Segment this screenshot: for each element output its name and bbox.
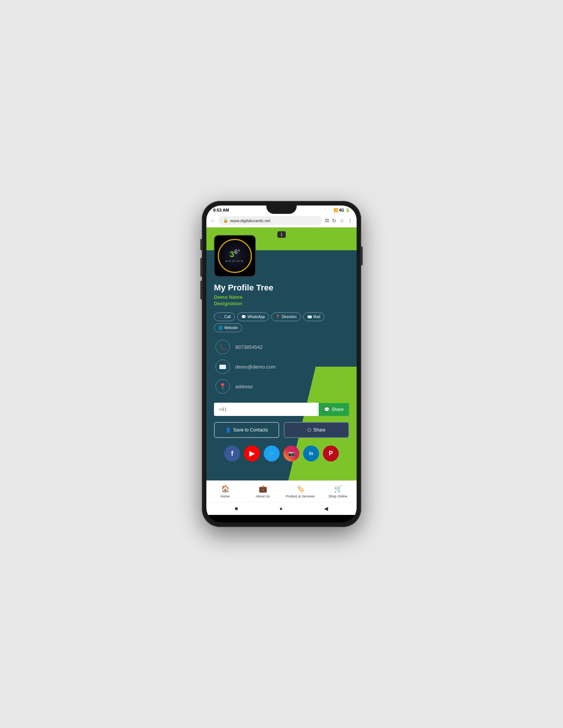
pinterest-icon: P — [329, 450, 333, 457]
direction-label: Direction — [282, 315, 296, 319]
whatsapp-share-label: Share — [332, 407, 344, 412]
email-row: ✉️ demo@demo.com — [215, 359, 348, 374]
phone-notch — [266, 206, 297, 214]
mail-icon: ✉️ — [307, 315, 312, 319]
youtube-icon: ▶ — [249, 449, 255, 458]
nav-products[interactable]: 🏷️ Product & Services — [282, 481, 319, 502]
email-icon-circle[interactable]: ✉️ — [215, 359, 230, 374]
url-text: www.digitalvcards.net — [230, 218, 270, 223]
battery-icon: 🔋 — [345, 208, 350, 212]
menu-icon[interactable]: ⋮ — [348, 218, 353, 224]
profile-logo: 36° DESIGN — [214, 235, 256, 277]
products-label: Product & Services — [286, 494, 315, 498]
call-icon: 📞 — [218, 315, 223, 319]
instagram-button[interactable]: 📷 — [283, 446, 299, 461]
shop-icon: 🛒 — [334, 485, 342, 493]
address-row: 📍 address — [215, 379, 348, 394]
phone-row: 📞 9073854542 — [215, 340, 348, 354]
products-icon: 🏷️ — [296, 485, 305, 493]
nav-shop[interactable]: 🛒 Shop Online — [319, 481, 357, 502]
browser-bar: ← 🔒 www.digitalvcards.net ⧉ ↻ ☆ ⋮ — [206, 214, 357, 228]
action-buttons-row: 📞 Call 💬 WhatsApp 📍 Direction ✉️ — [214, 312, 349, 332]
phone-icon: 📞 — [219, 344, 226, 351]
camera-button — [200, 281, 202, 300]
about-icon: 💼 — [259, 485, 267, 493]
facebook-button[interactable]: f — [224, 446, 240, 461]
contact-info: 📞 9073854542 ✉️ demo@demo.com — [214, 340, 349, 394]
address-icon: 📍 — [219, 383, 226, 390]
bottom-nav: 🏠 Home 💼 About Us 🏷️ Product & Services … — [206, 480, 357, 502]
address-icon-circle[interactable]: 📍 — [215, 379, 230, 394]
call-button[interactable]: 📞 Call — [214, 312, 235, 321]
mail-label: Mail — [313, 315, 320, 319]
call-label: Call — [224, 315, 231, 319]
network-type: 4G — [339, 208, 344, 212]
home-icon: 🏠 — [221, 485, 230, 493]
twitter-icon: 🐦 — [269, 450, 275, 457]
android-back-button[interactable]: ◀ — [324, 505, 328, 511]
browser-actions: ⧉ ↻ ☆ ⋮ — [325, 217, 353, 224]
power-button — [361, 246, 363, 265]
save-contacts-button[interactable]: 👤 Save to Contacts — [214, 422, 279, 438]
direction-button[interactable]: 📍 Direction — [271, 312, 300, 321]
instagram-icon: 📷 — [288, 450, 295, 457]
nav-about-us[interactable]: 💼 About Us — [244, 481, 282, 502]
website-label: Website — [224, 326, 238, 330]
linkedin-icon: in — [309, 451, 313, 456]
status-icons: 📶 4G 🔋 — [333, 208, 350, 212]
whatsapp-icon: 💬 — [241, 315, 246, 319]
phone-number: 9073854542 — [235, 344, 263, 350]
content-area: 1 36° DESIGN My Profile Tree Demo Nam — [206, 228, 357, 515]
address-text: address — [235, 384, 253, 389]
notification-badge: 1 — [277, 231, 286, 238]
bottom-action-buttons: 👤 Save to Contacts ⬡ Share — [214, 422, 349, 438]
website-button[interactable]: 🌐 Website — [214, 323, 242, 332]
volume-down-button — [200, 258, 202, 277]
share-input-row: 💬 Share — [214, 403, 349, 416]
logo-subtext: DESIGN — [226, 259, 244, 263]
whatsapp-button[interactable]: 💬 WhatsApp — [237, 312, 269, 321]
home-label: Home — [220, 494, 230, 498]
social-icons-row: f ▶ 🐦 📷 in P — [214, 446, 349, 465]
mail-button[interactable]: ✉️ Mail — [303, 312, 324, 321]
phone-screen: 8:53 AM 📶 4G 🔋 ← 🔒 www.digitalvcards.net… — [206, 206, 357, 522]
profile-name: My Profile Tree — [214, 283, 349, 293]
hero-section: 1 36° DESIGN My Profile Tree Demo Nam — [206, 228, 357, 480]
share-label: Share — [313, 427, 326, 433]
save-icon: 👤 — [225, 427, 231, 433]
android-nav-bar: ■ ● ◀ — [206, 502, 357, 515]
logo-circle: 36° DESIGN — [218, 239, 252, 273]
profile-designation: Designation — [214, 301, 349, 306]
android-home-button[interactable]: ● — [279, 505, 282, 511]
nav-home[interactable]: 🏠 Home — [206, 481, 244, 502]
android-recent-button[interactable]: ■ — [235, 505, 238, 511]
youtube-button[interactable]: ▶ — [244, 446, 260, 461]
logo-text: 36° — [226, 249, 244, 259]
share-icon: ⬡ — [307, 427, 311, 433]
about-label: About Us — [256, 494, 270, 498]
pinterest-button[interactable]: P — [323, 446, 339, 461]
phone-icon-circle[interactable]: 📞 — [215, 340, 230, 354]
whatsapp-share-icon: 💬 — [324, 407, 330, 412]
twitter-button[interactable]: 🐦 — [264, 446, 280, 461]
save-contacts-label: Save to Contacts — [233, 427, 268, 433]
phone-device: 8:53 AM 📶 4G 🔋 ← 🔒 www.digitalvcards.net… — [202, 201, 361, 527]
signal-icon: 📶 — [333, 208, 338, 212]
facebook-icon: f — [231, 450, 233, 458]
shop-label: Shop Online — [329, 494, 348, 498]
hero-content: 36° DESIGN My Profile Tree Demo Name Des… — [206, 228, 357, 480]
tab-icon[interactable]: ⧉ — [325, 217, 329, 224]
linkedin-button[interactable]: in — [303, 446, 319, 461]
volume-up-button — [200, 239, 202, 250]
url-bar[interactable]: 🔒 www.digitalvcards.net — [219, 216, 322, 225]
email-text: demo@demo.com — [235, 364, 275, 370]
whatsapp-label: WhatsApp — [247, 315, 265, 319]
website-icon: 🌐 — [218, 326, 223, 330]
whatsapp-share-button[interactable]: 💬 Share — [319, 403, 349, 416]
phone-share-input[interactable] — [214, 403, 319, 416]
refresh-icon[interactable]: ↻ — [332, 218, 337, 224]
lock-icon: 🔒 — [223, 218, 228, 223]
bookmark-icon[interactable]: ☆ — [340, 218, 344, 224]
share-profile-button[interactable]: ⬡ Share — [284, 422, 349, 438]
back-icon[interactable]: ← — [210, 218, 215, 224]
